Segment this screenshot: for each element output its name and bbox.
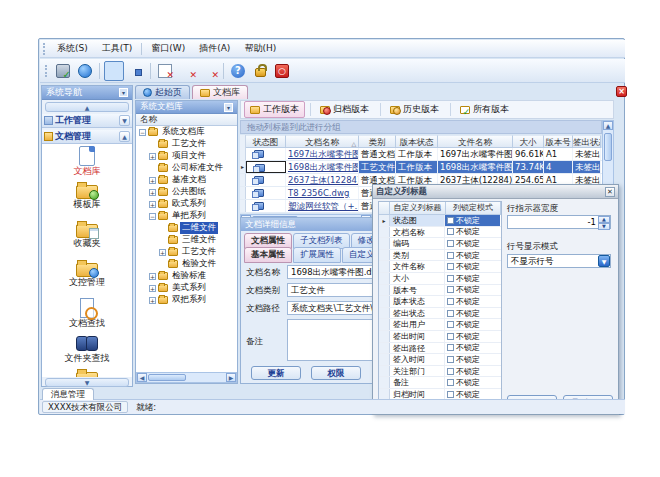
dialog-row-类别[interactable]: 类别不锁定 bbox=[379, 250, 501, 262]
tree-node-项目文件[interactable]: +项目文件 bbox=[136, 150, 237, 162]
dialog-row-签出用户[interactable]: 签出用户不锁定 bbox=[379, 319, 501, 331]
dialog-row-签出路径[interactable]: 签出路径不锁定 bbox=[379, 343, 501, 355]
dialog-row-状态图[interactable]: ▸状态图不锁定 bbox=[379, 215, 501, 227]
checkbox[interactable] bbox=[447, 356, 454, 363]
checkbox[interactable] bbox=[447, 333, 454, 340]
cell-checkout[interactable]: 未签出 bbox=[573, 148, 601, 160]
spin-down-icon[interactable]: ▼ bbox=[598, 223, 610, 230]
expand-icon[interactable]: + bbox=[149, 153, 156, 160]
menu-item[interactable]: 工具(T) bbox=[95, 40, 140, 57]
cell-category[interactable]: 普通文档 bbox=[359, 148, 396, 160]
doc-name-cell[interactable]: T8 2356C.dwg bbox=[286, 187, 359, 199]
open-folder-button[interactable] bbox=[104, 61, 124, 81]
column-header-签出状态[interactable]: 签出状态 bbox=[573, 135, 601, 148]
checkbox[interactable] bbox=[447, 275, 454, 282]
tree-node-美式系列[interactable]: +美式系列 bbox=[136, 282, 237, 294]
tree-node-检验标准[interactable]: +检验标准 bbox=[136, 270, 237, 282]
cell-status[interactable]: 工作版本 bbox=[396, 161, 438, 173]
column-header-版本状态[interactable]: 版本状态 bbox=[396, 135, 438, 148]
sidebar-item-文档库[interactable]: 文档库 bbox=[42, 146, 132, 179]
checkbox[interactable] bbox=[447, 321, 454, 328]
status-icon-cell[interactable] bbox=[246, 148, 286, 160]
tree-node-公共图纸[interactable]: +公共图纸 bbox=[136, 186, 237, 198]
sidebar-group-documents[interactable]: 文档管理 ▲ bbox=[42, 130, 132, 144]
tab-文档库[interactable]: 文档库 bbox=[192, 85, 248, 99]
sidebar-item-收藏夹[interactable]: 收藏夹 bbox=[42, 224, 132, 257]
column-header-大小[interactable]: 大小 bbox=[513, 135, 544, 148]
column-title-cell[interactable]: 大小 bbox=[390, 273, 445, 284]
column-title-cell[interactable]: 签出用户 bbox=[390, 319, 445, 330]
tree-node-单把系列[interactable]: −单把系列 bbox=[136, 210, 237, 222]
menu-item[interactable]: 系统(S) bbox=[50, 40, 95, 57]
tree-node-基准文档[interactable]: +基准文档 bbox=[136, 174, 237, 186]
sidebar-item-文控管理[interactable]: 文控管理 bbox=[42, 263, 132, 296]
tree-horizontal-scrollbar[interactable]: ◀ ▶ bbox=[136, 372, 237, 383]
cell-file[interactable]: 1698出水嘴零件图.dwg bbox=[438, 161, 513, 173]
cell-ver[interactable]: A1 bbox=[544, 148, 573, 160]
tab-起始页[interactable]: 起始页 bbox=[135, 85, 190, 99]
combo-dropdown-icon[interactable]: ▼ bbox=[598, 255, 610, 267]
lock-mode-cell[interactable]: 不锁定 bbox=[445, 285, 500, 296]
scroll-down-button[interactable]: ▼ bbox=[45, 378, 129, 387]
checkbox[interactable] bbox=[447, 263, 454, 270]
lock-mode-cell[interactable]: 不锁定 bbox=[445, 343, 500, 354]
doc-close-button[interactable] bbox=[155, 61, 175, 81]
sidebar-item-文件夹查找[interactable]: 文件夹查找 bbox=[42, 333, 132, 366]
collapse-panel-icon[interactable]: ▾ bbox=[119, 88, 128, 97]
checkbox[interactable] bbox=[447, 240, 454, 247]
tree-node-工艺文件[interactable]: 工艺文件 bbox=[136, 138, 237, 150]
lock-mode-cell[interactable]: 不锁定 bbox=[445, 273, 500, 284]
folder-close-button[interactable] bbox=[177, 61, 197, 81]
lock-mode-cell[interactable]: 不锁定 bbox=[445, 250, 500, 261]
column-title-cell[interactable]: 编码 bbox=[390, 238, 445, 249]
column-title-cell[interactable]: 关注部门 bbox=[390, 366, 445, 377]
dialog-col-title[interactable]: 自定义列标题 bbox=[390, 202, 446, 215]
column-title-cell[interactable]: 类别 bbox=[390, 250, 445, 261]
spin-up-icon[interactable]: ▲ bbox=[598, 216, 610, 223]
checkbox[interactable] bbox=[447, 379, 454, 386]
help-button[interactable]: ? bbox=[228, 61, 248, 81]
doc-type-value[interactable]: 工艺文件 bbox=[287, 283, 373, 297]
tree-node-工艺文件[interactable]: +工艺文件 bbox=[136, 246, 237, 258]
permission-button[interactable]: 权限 bbox=[311, 366, 361, 380]
dialog-row-版本状态[interactable]: 版本状态不锁定 bbox=[379, 296, 501, 308]
version-button-历史版本[interactable]: 历史版本 bbox=[384, 101, 445, 118]
chevron-down-icon[interactable]: ▼ bbox=[119, 115, 130, 126]
status-icon-cell[interactable] bbox=[246, 187, 286, 199]
lock-mode-cell[interactable]: 不锁定 bbox=[445, 308, 500, 319]
lock-mode-cell[interactable]: 不锁定 bbox=[445, 319, 500, 330]
menu-item[interactable]: 插件(A) bbox=[192, 40, 237, 57]
column-title-cell[interactable]: 版本状态 bbox=[390, 296, 445, 307]
checkbox[interactable] bbox=[447, 298, 454, 305]
document-link[interactable]: 1698出水嘴零件图.dwg bbox=[288, 162, 359, 172]
document-link[interactable]: 1697出水嘴零件图.dwg bbox=[288, 149, 359, 159]
tree-node-欧式系列[interactable]: +欧式系列 bbox=[136, 198, 237, 210]
cell-size[interactable]: 73.74KB bbox=[513, 161, 544, 173]
tab-扩展属性[interactable]: 扩展属性 bbox=[293, 247, 341, 263]
column-title-cell[interactable]: 文件名称 bbox=[390, 261, 445, 272]
web-button[interactable] bbox=[75, 61, 95, 81]
tree-column-header[interactable]: 名称 bbox=[136, 114, 237, 126]
tab-基本属性[interactable]: 基本属性 bbox=[244, 247, 292, 263]
tree-node-双把系列[interactable]: +双把系列 bbox=[136, 294, 237, 306]
lock-mode-cell[interactable]: 不锁定 bbox=[445, 296, 500, 307]
cell-size[interactable]: 96.61KB bbox=[513, 148, 544, 160]
column-title-cell[interactable]: 文档名称 bbox=[390, 227, 445, 238]
checkbox[interactable] bbox=[447, 286, 454, 293]
lock-mode-cell[interactable]: 不锁定 bbox=[445, 215, 500, 226]
column-title-cell[interactable]: 签入时间 bbox=[390, 354, 445, 365]
dialog-row-文档名称[interactable]: 文档名称不锁定 bbox=[379, 227, 501, 239]
sidebar-item-文档查找[interactable]: 文档查找 bbox=[42, 298, 132, 331]
expand-icon[interactable]: + bbox=[149, 273, 156, 280]
tree-node-三维文件[interactable]: 三维文件 bbox=[136, 234, 237, 246]
scrollbar-thumb[interactable] bbox=[148, 374, 186, 381]
checkbox[interactable] bbox=[447, 368, 454, 375]
column-title-cell[interactable]: 签出时间 bbox=[390, 331, 445, 342]
table-row[interactable]: 1697出水嘴零件图.dwg普通文档工作版本1697出水嘴零件图.dwg96.6… bbox=[240, 148, 602, 161]
dialog-row-签出状态[interactable]: 签出状态不锁定 bbox=[379, 308, 501, 320]
lock-mode-cell[interactable]: 不锁定 bbox=[445, 354, 500, 365]
dialog-row-版本号[interactable]: 版本号不锁定 bbox=[379, 285, 501, 297]
menu-item[interactable]: 窗口(W) bbox=[144, 40, 192, 57]
expand-icon[interactable]: + bbox=[149, 285, 156, 292]
dialog-row-编码[interactable]: 编码不锁定 bbox=[379, 238, 501, 250]
